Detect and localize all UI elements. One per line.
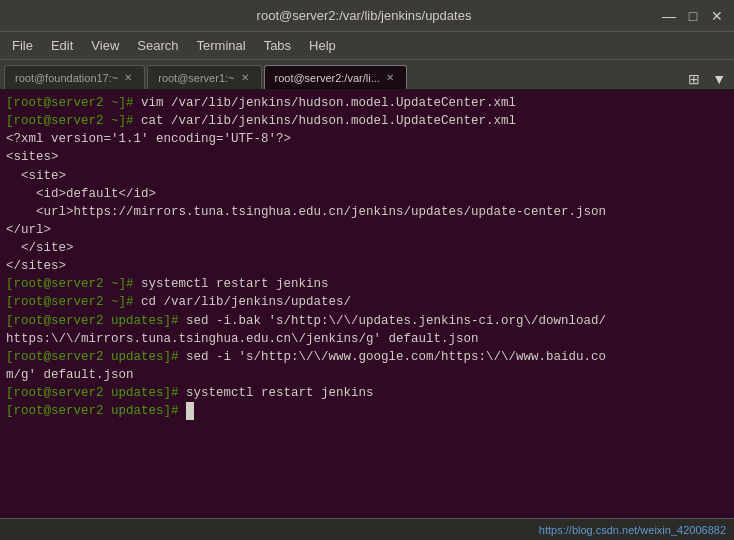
tab-bar: root@foundation17:~ ✕ root@server1:~ ✕ r… xyxy=(0,60,734,90)
title-bar: root@server2:/var/lib/jenkins/updates — … xyxy=(0,0,734,32)
menu-bar: File Edit View Search Terminal Tabs Help xyxy=(0,32,734,60)
tab-label: root@server2:/var/li... xyxy=(275,72,380,84)
menu-terminal[interactable]: Terminal xyxy=(189,36,254,55)
tab-label: root@foundation17:~ xyxy=(15,72,118,84)
menu-view[interactable]: View xyxy=(83,36,127,55)
window-title: root@server2:/var/lib/jenkins/updates xyxy=(68,8,660,23)
tab-server2[interactable]: root@server2:/var/li... ✕ xyxy=(264,65,407,89)
menu-help[interactable]: Help xyxy=(301,36,344,55)
minimize-button[interactable]: — xyxy=(660,8,678,24)
tab-close-icon[interactable]: ✕ xyxy=(384,72,396,83)
new-tab-icon[interactable]: ⊞ xyxy=(684,69,704,89)
tab-server1[interactable]: root@server1:~ ✕ xyxy=(147,65,261,89)
menu-edit[interactable]: Edit xyxy=(43,36,81,55)
status-bar: https://blog.csdn.net/weixin_42006882 xyxy=(0,518,734,540)
menu-search[interactable]: Search xyxy=(129,36,186,55)
tab-label: root@server1:~ xyxy=(158,72,234,84)
menu-file[interactable]: File xyxy=(4,36,41,55)
close-button[interactable]: ✕ xyxy=(708,8,726,24)
tab-menu-icon[interactable]: ▼ xyxy=(708,69,730,89)
status-url: https://blog.csdn.net/weixin_42006882 xyxy=(539,524,726,536)
tab-bar-extras: ⊞ ▼ xyxy=(684,69,730,89)
maximize-button[interactable]: □ xyxy=(684,8,702,24)
menu-tabs[interactable]: Tabs xyxy=(256,36,299,55)
tab-close-icon[interactable]: ✕ xyxy=(239,72,251,83)
window-controls: — □ ✕ xyxy=(660,8,726,24)
tab-close-icon[interactable]: ✕ xyxy=(122,72,134,83)
terminal-content[interactable]: [root@server2 ~]# vim /var/lib/jenkins/h… xyxy=(0,90,734,518)
tab-foundation17[interactable]: root@foundation17:~ ✕ xyxy=(4,65,145,89)
